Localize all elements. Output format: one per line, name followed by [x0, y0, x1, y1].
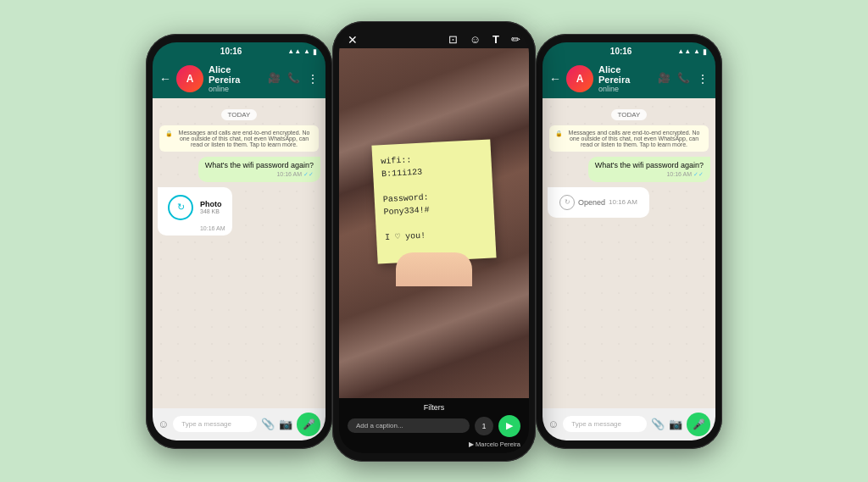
time-left: 10:16 — [220, 47, 242, 56]
chat-header-left: ← A Alice Pereira online 🎥 📞 ⋮ — [153, 59, 326, 98]
attach-button-left[interactable]: 📎 — [261, 418, 275, 430]
status-icons-left: ▲▲ ▲ ▮ — [287, 47, 317, 56]
battery-icon-right: ▮ — [703, 47, 707, 56]
photo-size-left: 348 KB — [200, 208, 222, 214]
opened-label: Opened — [578, 198, 605, 207]
caption-input[interactable]: Add a caption... — [348, 418, 470, 433]
input-bar-left: ☺ Type a message 📎 📷 🎤 — [153, 408, 326, 440]
status-icons-right: ▲▲ ▲ ▮ — [677, 47, 707, 56]
crop-tool-icon[interactable]: ⊡ — [448, 33, 458, 46]
photo-spinner-icon: ↻ — [168, 195, 193, 220]
menu-icon-left[interactable]: ⋮ — [307, 72, 319, 86]
lock-icon-left: 🔒 — [165, 130, 173, 137]
photo-viewer: ✕ ⊡ ☺ T ✏ wifi:: B:11i123 Password: Pony… — [339, 30, 529, 453]
lock-icon-right: 🔒 — [555, 130, 563, 137]
battery-icon-left: ▮ — [313, 47, 317, 56]
emoji-tool-icon[interactable]: ☺ — [470, 33, 481, 46]
send-button-middle[interactable]: ▶ — [498, 415, 520, 437]
encryption-notice-right: 🔒 Messages and calls are end-to-end encr… — [549, 125, 709, 152]
contact-name-right: Alice Pereira — [598, 64, 653, 85]
filters-label: Filters — [424, 403, 445, 412]
chat-header-right: ← A Alice Pereira online 🎥 📞 ⋮ — [542, 59, 715, 98]
signal-icon-left: ▲▲ — [287, 47, 301, 55]
time-right: 10:16 — [610, 47, 632, 56]
contact-status-right: online — [598, 85, 653, 93]
attach-button-right[interactable]: 📎 — [651, 418, 665, 430]
photo-content: wifi:: B:11i123 Password: Pony334!# I ♡ … — [339, 48, 529, 398]
emoji-button-left[interactable]: ☺ — [158, 418, 169, 430]
encryption-notice-left: 🔒 Messages and calls are end-to-end encr… — [159, 125, 319, 152]
avatar-left: A — [176, 65, 203, 92]
viewer-bottom: Filters Add a caption... 1 ▶ ▶ Marcelo P… — [339, 398, 529, 453]
voice-call-icon-right[interactable]: 📞 — [677, 72, 690, 86]
sent-message-right: What's the wifi password again? 10:16 AM… — [588, 157, 710, 182]
video-call-icon-right[interactable]: 🎥 — [658, 72, 670, 86]
camera-button-left[interactable]: 📷 — [279, 418, 292, 430]
photo-message-left[interactable]: ↻ Photo 348 KB 10:16 AM — [158, 187, 232, 235]
back-button-left[interactable]: ← — [159, 72, 171, 86]
avatar-right: A — [566, 65, 593, 92]
opened-time: 10:16 AM — [609, 198, 637, 206]
opened-icon: ↻ — [559, 195, 575, 210]
camera-button-right[interactable]: 📷 — [669, 418, 682, 430]
date-badge-left: TODAY — [158, 105, 320, 120]
viewer-caption-bar: Add a caption... 1 ▶ — [348, 415, 520, 437]
close-button[interactable]: ✕ — [348, 33, 358, 47]
send-icon: ▶ — [506, 420, 513, 431]
wifi-icon-left: ▲ — [303, 47, 310, 55]
chat-body-right: TODAY 🔒 Messages and calls are end-to-en… — [542, 98, 715, 408]
photo-label-left: Photo — [200, 200, 222, 208]
sticky-note: wifi:: B:11i123 Password: Pony334!# I ♡ … — [371, 139, 496, 263]
wifi-icon-right: ▲ — [693, 47, 700, 55]
sticky-note-text: wifi:: B:11i123 Password: Pony334!# I ♡ … — [381, 150, 487, 244]
chat-body-left: TODAY 🔒 Messages and calls are end-to-en… — [153, 98, 326, 408]
recipient-label: ▶ Marcelo Pereira — [469, 440, 520, 448]
phone-right-screen: 10:16 ▲▲ ▲ ▮ ← A Alice Pereira online — [542, 42, 715, 440]
status-bar-right: 10:16 ▲▲ ▲ ▮ — [542, 42, 715, 59]
phone-left-screen: 10:16 ▲▲ ▲ ▮ ← A Alice Pereira online — [153, 42, 326, 440]
sent-message-left: What's the wifi password again? 10:16 AM… — [198, 157, 320, 182]
text-tool-icon[interactable]: T — [492, 33, 499, 46]
hand-icon — [396, 252, 472, 286]
phone-left: 10:16 ▲▲ ▲ ▮ ← A Alice Pereira online — [146, 34, 332, 449]
date-badge-right: TODAY — [548, 105, 710, 120]
contact-info-left: Alice Pereira online — [209, 64, 263, 93]
phone-right: 10:16 ▲▲ ▲ ▮ ← A Alice Pereira online — [536, 34, 722, 449]
contact-info-right: Alice Pereira online — [598, 64, 653, 93]
draw-tool-icon[interactable]: ✏ — [511, 33, 520, 46]
back-button-right[interactable]: ← — [549, 72, 561, 86]
message-input-right[interactable]: Type a message — [563, 416, 647, 432]
mic-button-left[interactable]: 🎤 — [297, 413, 320, 436]
contact-status-left: online — [209, 85, 263, 93]
menu-icon-right[interactable]: ⋮ — [697, 72, 709, 86]
status-bar-left: 10:16 ▲▲ ▲ ▮ — [153, 42, 326, 59]
phone-middle: ✕ ⊡ ☺ T ✏ wifi:: B:11i123 Password: Pony… — [332, 21, 536, 462]
timer-icon[interactable]: 1 — [475, 417, 493, 435]
voice-call-icon-left[interactable]: 📞 — [287, 72, 300, 86]
video-call-icon-left[interactable]: 🎥 — [268, 72, 281, 86]
header-icons-left: 🎥 📞 ⋮ — [268, 72, 319, 86]
mic-button-right[interactable]: 🎤 — [687, 413, 710, 436]
header-icons-right: 🎥 📞 ⋮ — [658, 72, 709, 86]
input-bar-right: ☺ Type a message 📎 📷 🎤 — [542, 408, 715, 440]
contact-name-left: Alice Pereira — [209, 64, 263, 85]
signal-icon-right: ▲▲ — [677, 47, 691, 55]
viewer-status-bar: ✕ ⊡ ☺ T ✏ — [339, 30, 529, 48]
phones-container: 10:16 ▲▲ ▲ ▮ ← A Alice Pereira online — [0, 0, 868, 482]
viewer-tools: ⊡ ☺ T ✏ — [448, 33, 520, 46]
opened-message-right: ↻ Opened 10:16 AM — [548, 187, 649, 218]
emoji-button-right[interactable]: ☺ — [548, 418, 559, 430]
message-input-left[interactable]: Type a message — [173, 416, 257, 432]
